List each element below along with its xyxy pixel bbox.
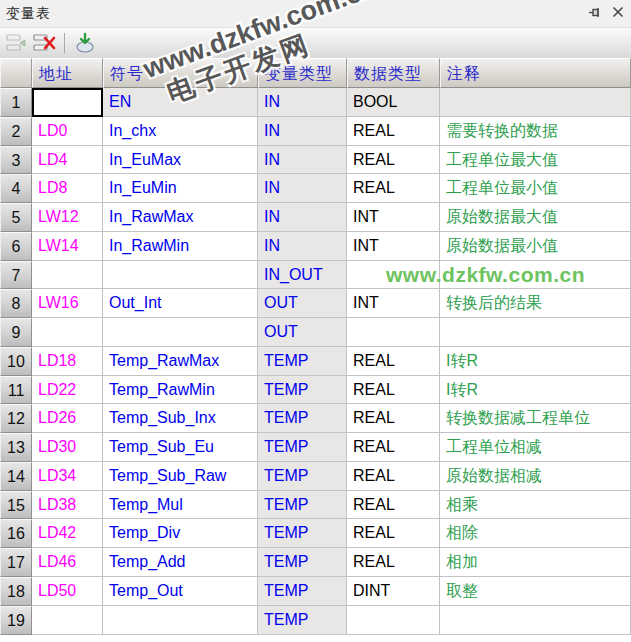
cell-symbol[interactable]: Temp_Sub_Raw [103, 462, 258, 491]
cell-symbol[interactable]: In_EuMax [103, 146, 258, 175]
column-header-symbol[interactable]: 符号 [103, 58, 258, 88]
cell-data-type[interactable]: REAL [347, 491, 440, 520]
cell-comment[interactable]: 工程单位相减 [440, 433, 631, 462]
cell-var-type[interactable]: IN [258, 203, 347, 232]
cell-comment[interactable]: 转换后的结果 [440, 289, 631, 318]
row-number[interactable]: 11 [0, 376, 32, 405]
cell-symbol[interactable]: Temp_Add [103, 548, 258, 577]
row-number[interactable]: 2 [0, 117, 32, 146]
export-button[interactable] [72, 31, 98, 55]
cell-var-type[interactable]: TEMP [258, 462, 347, 491]
cell-comment[interactable]: 相加 [440, 548, 631, 577]
column-header-var-type[interactable]: 变量类型 [258, 58, 347, 88]
cell-var-type[interactable]: TEMP [258, 577, 347, 606]
cell-address[interactable]: LW16 [32, 289, 103, 318]
cell-data-type[interactable]: REAL [347, 433, 440, 462]
cell-data-type[interactable]: REAL [347, 146, 440, 175]
row-number[interactable]: 3 [0, 146, 32, 175]
cell-data-type[interactable] [347, 261, 440, 290]
row-number[interactable]: 10 [0, 347, 32, 376]
cell-symbol[interactable]: EN [103, 88, 258, 117]
cell-address[interactable] [32, 261, 103, 290]
cell-address[interactable]: LD34 [32, 462, 103, 491]
cell-address[interactable] [32, 88, 103, 117]
cell-var-type[interactable]: TEMP [258, 548, 347, 577]
cell-comment[interactable]: 取整 [440, 577, 631, 606]
cell-symbol[interactable] [103, 318, 258, 347]
cell-symbol[interactable]: Temp_RawMax [103, 347, 258, 376]
cell-symbol[interactable]: Out_Int [103, 289, 258, 318]
cell-comment[interactable] [440, 606, 631, 635]
cell-comment[interactable]: 转换数据减工程单位 [440, 404, 631, 433]
cell-address[interactable]: LD38 [32, 491, 103, 520]
row-number[interactable]: 12 [0, 404, 32, 433]
cell-var-type[interactable]: OUT [258, 289, 347, 318]
cell-comment[interactable]: 需要转换的数据 [440, 117, 631, 146]
cell-symbol[interactable]: In_RawMin [103, 232, 258, 261]
cell-symbol[interactable]: Temp_Div [103, 519, 258, 548]
row-number[interactable]: 4 [0, 174, 32, 203]
cell-data-type[interactable] [347, 318, 440, 347]
cell-var-type[interactable]: IN [258, 88, 347, 117]
cell-symbol[interactable] [103, 261, 258, 290]
cell-var-type[interactable]: TEMP [258, 519, 347, 548]
cell-symbol[interactable]: Temp_RawMin [103, 376, 258, 405]
cell-var-type[interactable]: IN [258, 146, 347, 175]
cell-symbol[interactable]: In_RawMax [103, 203, 258, 232]
cell-address[interactable]: LD18 [32, 347, 103, 376]
cell-address[interactable]: LD42 [32, 519, 103, 548]
cell-address[interactable]: LD4 [32, 146, 103, 175]
cell-var-type[interactable]: IN [258, 117, 347, 146]
cell-comment[interactable]: 原始数据最小值 [440, 232, 631, 261]
cell-comment[interactable] [440, 88, 631, 117]
cell-address[interactable]: LW14 [32, 232, 103, 261]
column-header-comment[interactable]: 注释 [440, 58, 631, 88]
cell-symbol[interactable]: In_chx [103, 117, 258, 146]
cell-var-type[interactable]: TEMP [258, 376, 347, 405]
row-number[interactable]: 9 [0, 318, 32, 347]
cell-var-type[interactable]: TEMP [258, 347, 347, 376]
cell-address[interactable]: LD22 [32, 376, 103, 405]
cell-var-type[interactable]: IN_OUT [258, 261, 347, 290]
cell-address[interactable]: LD0 [32, 117, 103, 146]
cell-symbol[interactable]: In_EuMin [103, 174, 258, 203]
row-number[interactable]: 19 [0, 606, 32, 635]
cell-symbol[interactable]: Temp_Sub_Eu [103, 433, 258, 462]
row-number[interactable]: 14 [0, 462, 32, 491]
cell-address[interactable]: LD26 [32, 404, 103, 433]
row-number[interactable]: 18 [0, 577, 32, 606]
cell-symbol[interactable]: Temp_Mul [103, 491, 258, 520]
cell-comment[interactable]: 工程单位最大值 [440, 146, 631, 175]
cell-data-type[interactable]: INT [347, 203, 440, 232]
cell-var-type[interactable]: IN [258, 232, 347, 261]
cell-comment[interactable]: 原始数据相减 [440, 462, 631, 491]
pin-icon[interactable] [586, 3, 604, 21]
close-icon[interactable] [609, 3, 627, 21]
cell-comment[interactable]: 原始数据最大值 [440, 203, 631, 232]
cell-address[interactable] [32, 606, 103, 635]
cell-address[interactable] [32, 318, 103, 347]
cell-data-type[interactable]: INT [347, 289, 440, 318]
cell-var-type[interactable]: TEMP [258, 606, 347, 635]
cell-comment[interactable]: I转R [440, 347, 631, 376]
cell-address[interactable]: LD46 [32, 548, 103, 577]
cell-var-type[interactable]: OUT [258, 318, 347, 347]
cell-var-type[interactable]: TEMP [258, 404, 347, 433]
cell-data-type[interactable]: INT [347, 232, 440, 261]
cell-comment[interactable]: 相乘 [440, 491, 631, 520]
row-number[interactable]: 1 [0, 88, 32, 117]
cell-address[interactable]: LD8 [32, 174, 103, 203]
cell-data-type[interactable]: DINT [347, 577, 440, 606]
row-number[interactable]: 17 [0, 548, 32, 577]
insert-row-button[interactable] [3, 31, 29, 55]
cell-data-type[interactable]: REAL [347, 376, 440, 405]
cell-data-type[interactable]: REAL [347, 117, 440, 146]
cell-data-type[interactable]: BOOL [347, 88, 440, 117]
cell-data-type[interactable]: REAL [347, 347, 440, 376]
cell-var-type[interactable]: TEMP [258, 491, 347, 520]
cell-data-type[interactable]: REAL [347, 519, 440, 548]
corner-header-cell[interactable] [0, 58, 32, 88]
row-number[interactable]: 8 [0, 289, 32, 318]
column-header-data-type[interactable]: 数据类型 [347, 58, 440, 88]
cell-var-type[interactable]: IN [258, 174, 347, 203]
